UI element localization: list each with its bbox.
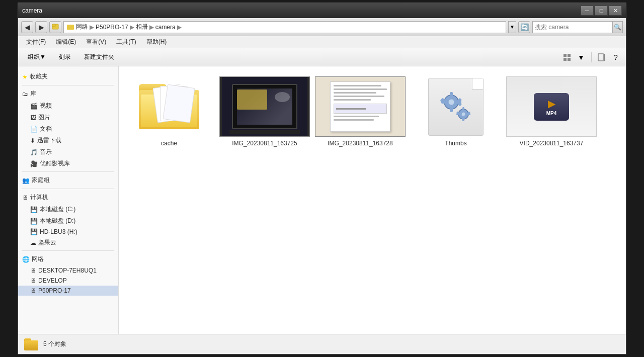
divider-2	[22, 171, 114, 172]
svg-rect-7	[568, 58, 571, 61]
desktop7-icon: 🖥	[30, 267, 36, 274]
sidebar-item-youku[interactable]: 🎥 优酷影视库	[18, 158, 118, 169]
svg-rect-8	[598, 54, 603, 61]
menu-help[interactable]: 帮助(H)	[142, 37, 171, 47]
youku-label: 优酷影视库	[40, 159, 70, 168]
sidebar-computer-header[interactable]: 🖥 计算机	[18, 191, 118, 204]
divider-1	[22, 85, 114, 85]
help-button[interactable]: ?	[610, 51, 622, 63]
main-window: camera ─ □ ✕ ◀ ▶ 网络 ▶ P50PRO-17 ▶ 相册 ▶ c…	[18, 3, 626, 354]
svg-point-11	[448, 99, 454, 105]
file-item-img163728[interactable]: IMG_20230811_163728	[315, 71, 406, 152]
svg-rect-5	[568, 54, 571, 57]
address-path[interactable]: 网络 ▶ P50PRO-17 ▶ 相册 ▶ camera ▶	[63, 21, 506, 33]
path-album[interactable]: 相册	[136, 23, 148, 31]
sidebar-item-drive-d[interactable]: 💾 本地磁盘 (D:)	[18, 215, 118, 227]
drive-h-label: HD-LBU3 (H:)	[40, 228, 77, 235]
status-count: 5 个对象	[43, 340, 66, 348]
divider-3	[22, 189, 114, 189]
svg-rect-1	[52, 24, 55, 27]
sidebar-item-develop[interactable]: 🖥 DEVELOP	[18, 276, 118, 286]
status-folder-back	[24, 340, 38, 350]
path-network[interactable]: 网络	[76, 23, 88, 31]
sidebar-section-network: 🌐 网络 🖥 DESKTOP-7EH8UQ1 🖥 DEVELOP 🖥 P50PR…	[18, 253, 118, 296]
file-item-img163725[interactable]: IMG_20230811_163725	[219, 71, 310, 152]
cache-folder-icon	[134, 76, 204, 137]
pictures-label: 图片	[38, 113, 50, 122]
img163728-thumbnail	[315, 76, 406, 137]
minimize-button[interactable]: ─	[581, 6, 594, 16]
menu-file[interactable]: 文件(F)	[22, 37, 50, 47]
sidebar-item-drive-h[interactable]: 💾 HD-LBU3 (H:)	[18, 227, 118, 237]
paper-3	[163, 84, 195, 123]
burn-button[interactable]: 刻录	[53, 50, 76, 64]
organize-button[interactable]: 组织▼	[22, 50, 51, 64]
search-button[interactable]: 🔍	[612, 22, 622, 33]
svg-rect-23	[462, 118, 464, 121]
develop-icon: 🖥	[30, 277, 36, 284]
sidebar-item-documents[interactable]: 📄 文档	[18, 123, 118, 135]
jianguo-label: 坚果云	[38, 238, 56, 247]
folder-front	[141, 95, 197, 127]
favorites-label: 收藏夹	[30, 72, 48, 81]
documents-label: 文档	[40, 125, 52, 133]
menubar: 文件(F) 编辑(E) 查看(V) 工具(T) 帮助(H)	[18, 36, 626, 48]
img163725-thumbnail	[219, 76, 310, 137]
sidebar-item-video[interactable]: 🎬 视频	[18, 100, 118, 112]
address-dropdown[interactable]: ▼	[508, 21, 516, 33]
toolbar-separator	[591, 52, 592, 62]
file-item-vid163737[interactable]: ▶ MP4 VID_20230811_163737	[506, 71, 597, 152]
sidebar-item-pictures[interactable]: 🖼 图片	[18, 112, 118, 123]
sidebar-item-music[interactable]: 🎵 音乐	[18, 146, 118, 158]
svg-rect-4	[564, 54, 567, 57]
sidebar-homegroup-header[interactable]: 👥 家庭组	[18, 174, 118, 187]
cache-folder-shape	[139, 84, 199, 129]
vid163737-thumbnail: ▶ MP4	[506, 76, 597, 137]
sidebar-item-drive-c[interactable]: 💾 本地磁盘 (C:)	[18, 204, 118, 215]
path-camera[interactable]: camera	[155, 24, 176, 31]
sidebar-item-desktop-7[interactable]: 🖥 DESKTOP-7EH8UQ1	[18, 265, 118, 276]
jianguo-icon: ☁	[30, 239, 36, 246]
sidebar-section-favorites: ★ 收藏夹	[18, 70, 118, 83]
close-button[interactable]: ✕	[609, 6, 622, 16]
up-button[interactable]	[49, 21, 61, 33]
music-icon: 🎵	[30, 149, 38, 156]
sidebar-item-p50pro[interactable]: 🖥 P50PRO-17	[18, 286, 118, 296]
file-view: cache IMG_202308	[119, 66, 626, 334]
computer-icon: 🖥	[22, 194, 28, 201]
forward-button[interactable]: ▶	[35, 21, 47, 33]
img163725-label: IMG_20230811_163725	[232, 140, 297, 147]
search-input[interactable]	[533, 24, 612, 31]
back-button[interactable]: ◀	[21, 21, 33, 33]
svg-rect-12	[450, 92, 453, 97]
drive-c-label: 本地磁盘 (C:)	[40, 205, 75, 214]
menu-edit[interactable]: 编辑(E)	[52, 37, 80, 47]
menu-view[interactable]: 查看(V)	[82, 37, 110, 47]
img163728-label: IMG_20230811_163728	[328, 140, 392, 147]
file-item-cache[interactable]: cache	[124, 71, 214, 152]
menu-tools[interactable]: 工具(T)	[112, 37, 140, 47]
thunder-label: 迅雷下载	[37, 136, 61, 145]
file-corner	[472, 78, 483, 90]
star-icon: ★	[22, 73, 28, 80]
path-p50pro[interactable]: P50PRO-17	[96, 24, 128, 31]
view-toggle-button[interactable]	[561, 51, 573, 63]
details-pane-button[interactable]	[596, 51, 608, 63]
new-folder-button[interactable]: 新建文件夹	[78, 50, 120, 64]
sidebar-item-jianguo[interactable]: ☁ 坚果云	[18, 237, 118, 248]
sidebar-network-header[interactable]: 🌐 网络	[18, 253, 118, 265]
toolbar: 组织▼ 刻录 新建文件夹 ▼ ?	[18, 48, 626, 66]
documents-icon: 📄	[30, 126, 38, 133]
sidebar-item-thunder[interactable]: ⬇ 迅雷下载	[18, 135, 118, 146]
sidebar-section-computer: 🖥 计算机 💾 本地磁盘 (C:) 💾 本地磁盘 (D:) 💾 HD-LBU3 …	[18, 191, 118, 248]
window-title: camera	[22, 7, 42, 14]
sidebar: ★ 收藏夹 🗂 库 🎬 视频 🖼 图片	[18, 66, 119, 334]
addressbar: ◀ ▶ 网络 ▶ P50PRO-17 ▶ 相册 ▶ camera ▶ ▼ 🔄 🔍	[18, 18, 626, 36]
refresh-button[interactable]: 🔄	[518, 21, 530, 33]
maximize-button[interactable]: □	[595, 6, 608, 16]
view-options-button[interactable]: ▼	[575, 51, 587, 63]
file-item-thumbs[interactable]: Thumbs	[411, 71, 501, 152]
sidebar-favorites-header[interactable]: ★ 收藏夹	[18, 70, 118, 83]
homegroup-icon: 👥	[22, 177, 30, 184]
sidebar-library-header[interactable]: 🗂 库	[18, 87, 118, 100]
